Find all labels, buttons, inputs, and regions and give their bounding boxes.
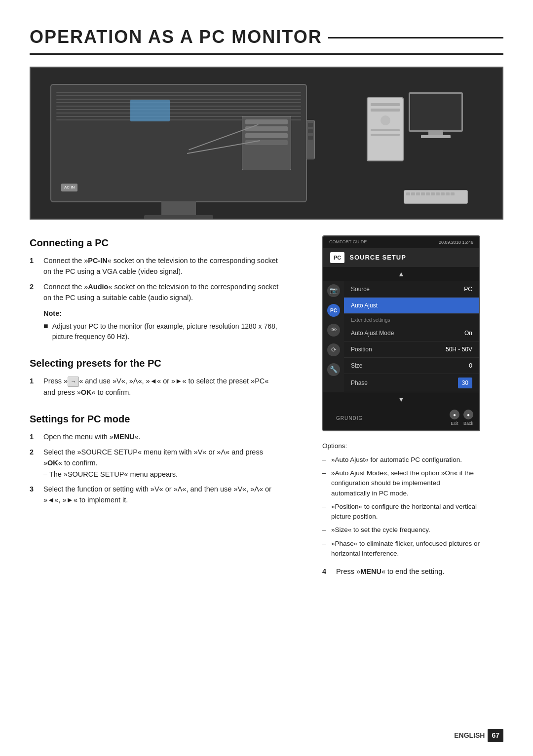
connecting-step-1: 1 Connect the »PC-IN« socket on the tele…: [30, 255, 279, 277]
auto-ajust-label: Auto Ajust: [351, 301, 378, 310]
left-column: Connecting a PC 1 Connect the »PC-IN« so…: [30, 235, 279, 577]
size-label: Size: [351, 361, 362, 370]
note-block: Note: ■ Adjust your PC to the monitor (f…: [43, 308, 279, 342]
section-connecting: Connecting a PC 1 Connect the »PC-IN« so…: [30, 235, 279, 342]
menu-screenshot: COMFORT GUIDE 20.09.2010 15:46 PC SOURCE…: [322, 235, 480, 431]
pc-monitor-small: [409, 92, 463, 132]
size-value: 0: [469, 361, 472, 370]
footer-page-number: 67: [488, 729, 503, 742]
right-column: COMFORT GUIDE 20.09.2010 15:46 PC SOURCE…: [299, 235, 503, 577]
options-section: Options: – »Auto Ajust« for automatic PC…: [322, 441, 480, 577]
menu-pc-badge: PC: [330, 252, 344, 264]
comfort-guide-label: COMFORT GUIDE: [329, 239, 367, 245]
menu-icon-tools: 🔧: [327, 363, 340, 376]
menu-row-auto-ajust-mode: Auto Ajust Mode On: [344, 325, 479, 341]
selecting-step-1: 1 Press »→« and use »V«, »Λ«, »◄« or »►«…: [30, 376, 279, 398]
menu-row-auto-ajust: Auto Ajust: [344, 298, 479, 314]
menu-icon-eye: 👁: [327, 324, 340, 337]
exit-button: ● Exit: [450, 410, 459, 427]
settings-step-1: 1 Open the menu with »MENU«.: [30, 431, 279, 442]
title-text: OPERATION AS A PC MONITOR: [30, 24, 322, 50]
settings-step-3: 3 Select the function or setting with »V…: [30, 484, 279, 506]
menu-content: Source PC Auto Ajust Extended settings A: [344, 281, 479, 392]
page: OPERATION AS A PC MONITOR: [0, 0, 533, 756]
menu-header: PC SOURCE SETUP: [323, 248, 479, 267]
menu-bottom-bar: GRUNDIG ● Exit ● Back: [323, 407, 479, 430]
settings-title: Settings for PC mode: [30, 412, 279, 426]
extended-settings-label: Extended settings: [344, 314, 479, 325]
settings-steps: 1 Open the menu with »MENU«. 2 Select th…: [30, 431, 279, 506]
menu-down-arrow: ▼: [323, 392, 479, 407]
position-label: Position: [351, 345, 372, 354]
source-value: PC: [464, 285, 472, 294]
auto-ajust-mode-label: Auto Ajust Mode: [351, 329, 394, 338]
menu-icon-pc: PC: [327, 304, 340, 317]
settings-step-2: 2 Select the »SOURCE SETUP« menu item wi…: [30, 447, 279, 480]
selecting-title: Selecting presets for the PC: [30, 356, 279, 371]
menu-top-bar: COMFORT GUIDE 20.09.2010 15:46: [323, 236, 479, 248]
page-title: OPERATION AS A PC MONITOR: [30, 24, 503, 55]
phase-label: Phase: [351, 378, 368, 387]
grundig-brand: GRUNDIG: [329, 413, 370, 424]
section-settings: Settings for PC mode 1 Open the menu wit…: [30, 412, 279, 506]
menu-row-source: Source PC: [344, 281, 479, 298]
menu-icons-col: 📷 PC 👁 ⟳ 🔧: [323, 281, 344, 392]
menu-icon-camera: 📷: [327, 284, 340, 297]
connecting-step-2: 2 Connect the »Audio« socket on the tele…: [30, 281, 279, 303]
option-2: – »Auto Ajust Mode«, select the option »…: [322, 468, 480, 498]
menu-up-arrow: ▲: [323, 267, 479, 281]
menu-datetime: 20.09.2010 15:46: [439, 239, 473, 246]
auto-ajust-mode-value: On: [464, 329, 472, 338]
source-button-icon: →: [68, 377, 79, 387]
option-4: – »Size« to set the cycle frequency.: [322, 525, 480, 535]
pc-keyboard: [404, 190, 468, 204]
source-label: Source: [351, 285, 370, 294]
position-value: 50H - 50V: [446, 345, 472, 354]
options-title: Options:: [322, 441, 480, 451]
menu-icon-settings: ⟳: [327, 343, 340, 356]
connecting-steps: 1 Connect the »PC-IN« socket on the tele…: [30, 255, 279, 303]
footer-language: ENGLISH: [454, 730, 485, 741]
option-5: – »Phase« to eliminate flicker, unfocuse…: [322, 539, 480, 559]
back-btn-icon: ●: [463, 410, 473, 419]
phase-value: 30: [458, 378, 472, 388]
page-footer: ENGLISH 67: [454, 729, 503, 742]
option-3: – »Position« to configure the horizontal…: [322, 502, 480, 522]
menu-row-size: Size 0: [344, 358, 479, 374]
section-selecting: Selecting presets for the PC 1 Press »→«…: [30, 356, 279, 398]
exit-btn-icon: ●: [450, 410, 459, 419]
menu-row-position: Position 50H - 50V: [344, 341, 479, 358]
menu-row-phase: Phase 30: [344, 374, 479, 392]
back-button: ● Back: [463, 410, 473, 427]
content-area: Connecting a PC 1 Connect the »PC-IN« so…: [30, 235, 503, 577]
menu-body: 📷 PC 👁 ⟳ 🔧 Source PC: [323, 281, 479, 392]
step-4: 4 Press »MENU« to end the setting.: [322, 567, 480, 577]
tv-illustration: AC IN: [30, 67, 503, 220]
menu-header-title: SOURCE SETUP: [349, 253, 406, 263]
pc-tower: [367, 97, 404, 161]
connecting-title: Connecting a PC: [30, 235, 279, 250]
selecting-steps: 1 Press »→« and use »V«, »Λ«, »◄« or »►«…: [30, 376, 279, 398]
option-1: – »Auto Ajust« for automatic PC configur…: [322, 455, 480, 465]
step4-container: 4 Press »MENU« to end the setting.: [322, 567, 480, 577]
tv-body: AC IN: [50, 84, 307, 202]
